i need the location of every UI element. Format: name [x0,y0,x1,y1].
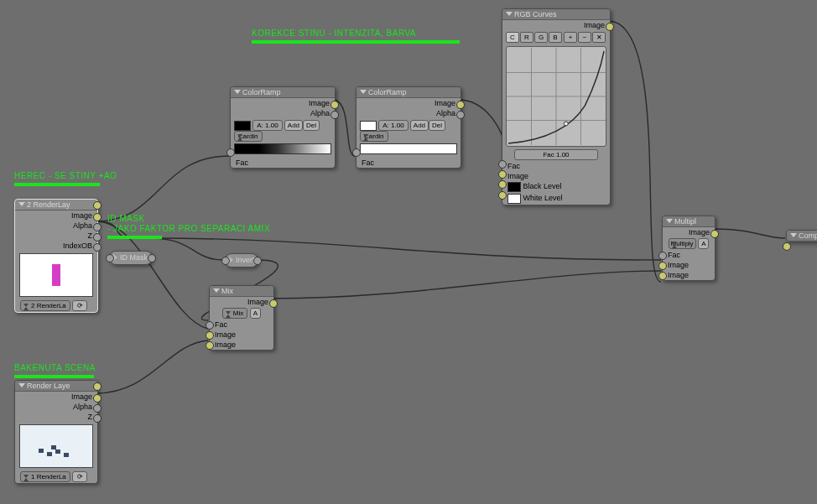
socket-fac-in[interactable] [206,321,214,330]
color-swatch[interactable] [360,121,377,131]
node-render-layer-1[interactable]: Render Laye Image Alpha Z 1 RenderLa ⟳ [14,380,98,484]
node-header[interactable]: 2 RenderLay [15,200,97,210]
socket-sphere-icon[interactable] [93,382,101,391]
node-multiply[interactable]: Multipl Image Multiply A Fac Image Image [662,216,716,281]
socket-fac-in[interactable] [658,252,667,260]
ramp-gradient[interactable] [234,143,331,154]
node-header[interactable]: ColorRamp [356,87,461,98]
collapse-icon[interactable] [666,219,673,223]
tab-b[interactable]: B [549,32,562,43]
socket-image1-in[interactable] [658,262,667,270]
socket-image-out[interactable] [710,230,719,238]
input-image-1: Image [210,330,273,340]
tools-icon[interactable]: ✕ [592,32,606,43]
socket-image-out[interactable] [93,213,101,221]
node-rgb-curves[interactable]: RGB Curves Image CRGB +−✕ Fac 1.00 Fac I… [502,8,611,205]
fac-slider[interactable]: Fac 1.00 [514,149,598,160]
refresh-icon[interactable]: ⟳ [72,300,87,311]
interp-menu[interactable]: Cardin [360,131,388,142]
output-alpha: Alpha [15,221,97,231]
socket-image-in[interactable] [783,242,791,251]
node-invert[interactable]: Invert [225,253,258,268]
socket-image-out[interactable] [456,101,465,109]
socket-in[interactable] [221,257,230,265]
tab-g[interactable]: G [534,32,548,43]
socket-image1-in[interactable] [206,331,214,340]
layer-menu[interactable]: 1 RenderLa [20,471,70,482]
socket-image-out[interactable] [330,101,339,109]
collapse-icon[interactable] [213,288,220,293]
del-button[interactable]: Del [303,120,320,131]
socket-image-out[interactable] [269,299,278,308]
tab-c[interactable]: C [506,32,519,43]
blend-mode-menu[interactable]: Mix [222,308,247,319]
socket-image2-in[interactable] [206,341,214,350]
socket-z-out[interactable] [93,233,101,242]
tab-r[interactable]: R [520,32,533,43]
node-composite[interactable]: Compo: [786,230,817,242]
node-header[interactable]: Mix [210,286,273,297]
color-swatch[interactable] [234,121,251,131]
node-header[interactable]: ColorRamp [231,87,335,98]
node-header[interactable]: Render Laye [15,381,97,392]
layer-menu[interactable]: 2 RenderLa [20,300,70,311]
socket-image-in[interactable] [498,170,507,179]
socket-image2-in[interactable] [658,272,667,280]
annotation-korekce-bar [252,40,460,44]
node-title: RGB Curves [514,10,557,18]
del-button[interactable]: Del [429,120,445,131]
alpha-field[interactable]: A: 1.00 [378,120,408,131]
node-header[interactable]: Multipl [663,216,715,227]
socket-z-out[interactable] [93,414,101,423]
alpha-field[interactable]: A: 1.00 [252,120,282,131]
node-title: Mix [221,287,233,295]
node-colorramp-2[interactable]: ColorRamp Image Alpha A: 1.00 AddDel Car… [356,86,461,169]
curve-editor[interactable] [506,46,606,147]
socket-in[interactable] [106,254,114,262]
collapse-icon[interactable] [790,233,797,237]
zoom-out-icon[interactable]: − [578,32,591,43]
node-mix[interactable]: Mix Image Mix A Fac Image Image [209,285,274,351]
annotation-idmask-1: ID MASK [107,214,145,223]
collapse-icon[interactable] [18,202,25,206]
socket-out[interactable] [148,254,156,262]
socket-sphere-icon[interactable] [93,201,101,210]
socket-alpha-out[interactable] [93,404,101,413]
add-button[interactable]: Add [284,120,303,131]
node-header[interactable]: Compo: [787,231,817,242]
collapse-icon[interactable] [234,90,241,94]
socket-black-in[interactable] [498,180,507,189]
node-id-mask[interactable]: ID Mask [109,251,153,265]
socket-fac-in[interactable] [352,148,361,157]
ramp-gradient[interactable] [360,143,457,154]
socket-indexob-out[interactable] [93,243,101,252]
socket-alpha-out[interactable] [330,111,339,119]
refresh-icon[interactable]: ⟳ [72,471,87,482]
socket-white-in[interactable] [498,191,507,200]
output-alpha: Alpha [15,402,97,412]
collapse-icon[interactable] [360,90,367,94]
socket-fac-in[interactable] [498,160,507,169]
socket-fac-in[interactable] [226,148,235,157]
alpha-toggle[interactable]: A [698,238,709,249]
socket-image-out[interactable] [606,23,614,31]
socket-image-out[interactable] [93,394,101,403]
socket-alpha-out[interactable] [93,223,101,231]
add-button[interactable]: Add [410,120,429,131]
zoom-in-icon[interactable]: + [564,32,577,43]
output-z: Z [15,231,97,241]
node-colorramp-1[interactable]: ColorRamp Image Alpha A: 1.00 AddDel Car… [230,86,336,169]
collapse-icon[interactable] [506,12,513,16]
node-title: Render Laye [27,382,70,390]
socket-out[interactable] [253,257,262,265]
alpha-toggle[interactable]: A [250,308,261,319]
interp-menu[interactable]: Cardin [234,131,263,142]
node-render-layer-2[interactable]: 2 RenderLay Image Alpha Z IndexOB 2 Rend… [14,199,98,313]
blend-mode-menu[interactable]: Multiply [669,238,696,249]
fac-slider-row: Fac 1.00 [502,148,610,161]
node-header[interactable]: RGB Curves [502,9,610,20]
black-swatch[interactable] [507,182,521,192]
white-swatch[interactable] [507,194,521,204]
socket-alpha-out[interactable] [456,111,465,119]
collapse-icon[interactable] [18,383,25,387]
